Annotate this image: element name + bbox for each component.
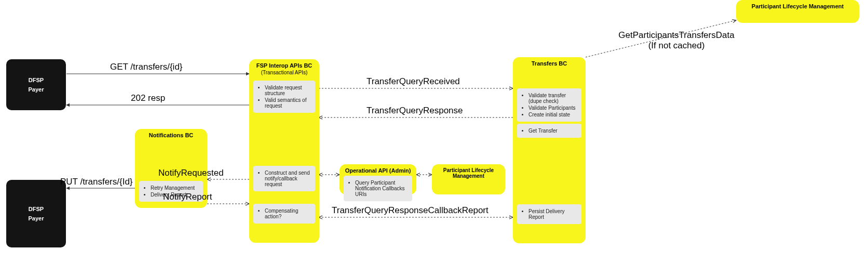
dfsp-sublabel: Payer (29, 86, 44, 93)
node-title: Transfers BC (513, 57, 586, 68)
list-item: Query Participant Notification Callbacks… (355, 180, 408, 197)
transfers-box-persist: Persist Delivery Report (517, 204, 581, 224)
list-item: Validate transfer (dupe check) (528, 93, 577, 104)
list-item: Create initial state (528, 112, 577, 117)
operational-api-node: Operational API (Admin) Query Participan… (340, 164, 416, 194)
plm-mid-node: Participant Lifecycle Management (432, 164, 505, 194)
edge-label-put-transfers: PUT /transfers/{Id} (60, 177, 133, 187)
node-title: FSP Interop APIs BC (249, 59, 319, 70)
list-item: Compensating action? (265, 208, 311, 219)
edge-label-notify-report: NotifyReport (163, 192, 212, 202)
edge-label-tq-received: TransferQueryReceived (367, 76, 460, 87)
edge-label-gp-line1: GetParticipantsTransfersData (606, 30, 747, 41)
edge-label-get-transfers: GET /transfers/{id} (110, 62, 183, 72)
dfsp-label: DFSP (29, 77, 44, 83)
plm-top-node: Participant Lifecycle Management (736, 0, 859, 23)
transfers-box-validate: Validate transfer (dupe check) Validate … (517, 88, 581, 122)
list-item: Retry Management (151, 185, 199, 191)
transfers-box-get: Get Transfer (517, 124, 581, 138)
transfers-bc-node: Transfers BC Validate transfer (dupe che… (513, 57, 586, 243)
dfsp-sublabel: Payer (29, 215, 44, 221)
edge-label-202-resp: 202 resp (131, 93, 165, 103)
node-title: Participant Lifecycle Management (432, 164, 505, 180)
fsp-box-validate: Validate request structure Valid semanti… (253, 81, 315, 113)
list-item: Validate request structure (265, 85, 311, 96)
node-title: Operational API (Admin) (340, 164, 416, 175)
node-subtitle: (Transactional APIs) (249, 70, 319, 78)
list-item: Persist Delivery Report (528, 208, 577, 220)
opapi-box: Query Participant Notification Callbacks… (344, 176, 412, 201)
list-item: Validate Participants (528, 105, 577, 111)
node-title: Notifications BC (135, 129, 207, 139)
dfsp-payer-node-top: DFSP Payer (6, 59, 66, 110)
list-item: Valid semantics of request (265, 97, 311, 109)
dfsp-label: DFSP (29, 206, 44, 212)
edge-label-tq-response: TransferQueryResponse (367, 106, 463, 116)
list-item: Construct and send notify/callback reque… (265, 170, 311, 187)
edge-label-gp-transfers: GetParticipantsTransfersData (If not cac… (606, 30, 747, 51)
edge-label-gp-line2: (If not cached) (606, 41, 747, 51)
edge-label-tq-cb-report: TransferQueryResponseCallbackReport (332, 205, 489, 216)
node-title: Participant Lifecycle Management (736, 0, 859, 10)
edge-label-notify-requested: NotifyRequested (158, 168, 224, 178)
fsp-box-construct: Construct and send notify/callback reque… (253, 166, 315, 191)
fsp-box-compensating: Compensating action? (253, 204, 315, 224)
fsp-interop-node: FSP Interop APIs BC (Transactional APIs)… (249, 59, 319, 243)
list-item: Get Transfer (528, 128, 577, 134)
dfsp-payer-node-bottom: DFSP Payer (6, 180, 66, 247)
